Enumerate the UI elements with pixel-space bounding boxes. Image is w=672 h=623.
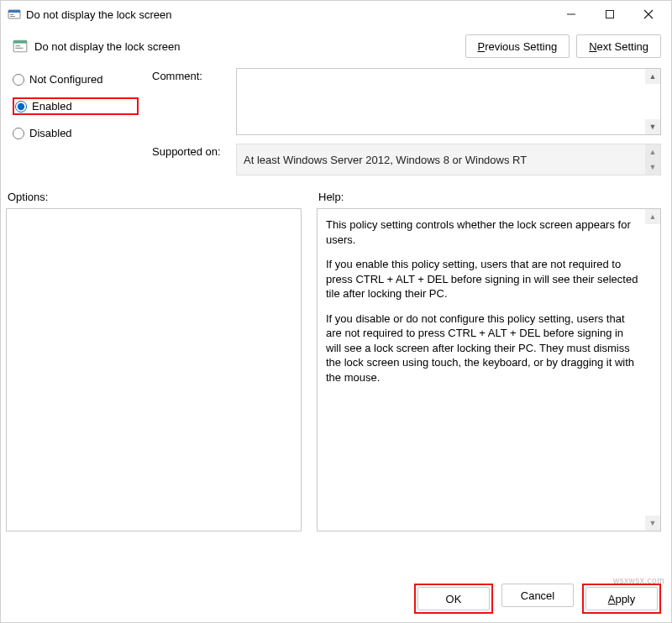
radio-enabled-highlight: Enabled	[13, 97, 139, 115]
svg-rect-11	[15, 48, 23, 49]
policy-object-icon	[8, 8, 21, 21]
help-scroll-down[interactable]: ▼	[645, 516, 660, 531]
comment-scroll-down[interactable]: ▼	[645, 119, 660, 134]
comment-label: Comment:	[152, 68, 228, 82]
fields: Comment: ▲ ▼ Supported on: At least Wind…	[152, 68, 661, 175]
comment-textarea[interactable]: ▲ ▼	[236, 68, 661, 135]
header-row: Do not display the lock screen Previous …	[1, 28, 671, 65]
policy-settings-window: Do not display the lock screen Do not di…	[0, 0, 672, 623]
footer-buttons: OK Cancel Apply	[414, 584, 661, 614]
config-row: Not Configured Enabled Disabled Comment:…	[1, 65, 671, 179]
options-help-sections: Options: Help: This policy setting contr…	[1, 179, 671, 531]
watermark: wsxwsx.com	[613, 576, 664, 585]
window-title: Do not display the lock screen	[26, 8, 171, 21]
radio-not-configured[interactable]: Not Configured	[13, 73, 139, 86]
radio-not-configured-label: Not Configured	[29, 73, 102, 86]
svg-rect-3	[10, 16, 15, 17]
policy-object-icon	[13, 39, 28, 54]
cancel-button[interactable]: Cancel	[501, 584, 574, 607]
svg-rect-2	[10, 14, 13, 15]
help-paragraph: This policy setting controls whether the…	[326, 217, 640, 247]
radio-enabled[interactable]: Enabled	[15, 100, 72, 113]
titlebar: Do not display the lock screen	[1, 1, 671, 28]
maximize-button[interactable]	[591, 1, 629, 28]
options-panel	[6, 208, 302, 531]
svg-rect-5	[606, 11, 614, 18]
radio-enabled-input[interactable]	[15, 101, 27, 113]
radio-enabled-label: Enabled	[32, 100, 72, 113]
ok-highlight: OK	[414, 584, 493, 614]
close-button[interactable]	[629, 1, 668, 28]
supported-on-text: At least Windows Server 2012, Windows 8 …	[244, 154, 527, 166]
help-label: Help:	[317, 191, 661, 208]
help-scroll-up[interactable]: ▲	[645, 209, 660, 224]
help-column: Help: This policy setting controls wheth…	[317, 191, 661, 531]
radio-not-configured-input[interactable]	[13, 74, 24, 86]
svg-rect-1	[8, 10, 20, 13]
supported-on-value: At least Windows Server 2012, Windows 8 …	[236, 144, 661, 175]
help-paragraph: If you enable this policy setting, users…	[326, 257, 640, 301]
ok-button[interactable]: OK	[417, 587, 490, 610]
policy-title: Do not display the lock screen	[34, 40, 180, 53]
next-setting-button[interactable]: Next Setting	[576, 34, 661, 58]
svg-rect-9	[13, 40, 27, 43]
radio-disabled[interactable]: Disabled	[13, 127, 139, 139]
state-radiogroup: Not Configured Enabled Disabled	[13, 68, 139, 175]
supported-scroll-down[interactable]: ▼	[645, 160, 660, 175]
help-paragraph: If you disable or do not configure this …	[326, 312, 640, 385]
comment-scroll-up[interactable]: ▲	[645, 69, 660, 84]
radio-disabled-label: Disabled	[29, 127, 72, 139]
options-column: Options:	[6, 191, 302, 531]
radio-disabled-input[interactable]	[13, 128, 24, 139]
supported-on-label: Supported on:	[152, 144, 228, 158]
previous-setting-button[interactable]: Previous Setting	[465, 34, 570, 58]
help-panel: This policy setting controls whether the…	[317, 208, 661, 531]
options-label: Options:	[6, 191, 302, 208]
apply-highlight: Apply	[582, 584, 661, 614]
apply-button[interactable]: Apply	[585, 587, 658, 610]
supported-scroll-up[interactable]: ▲	[645, 144, 660, 160]
svg-rect-10	[15, 45, 20, 46]
minimize-button[interactable]	[552, 1, 591, 28]
